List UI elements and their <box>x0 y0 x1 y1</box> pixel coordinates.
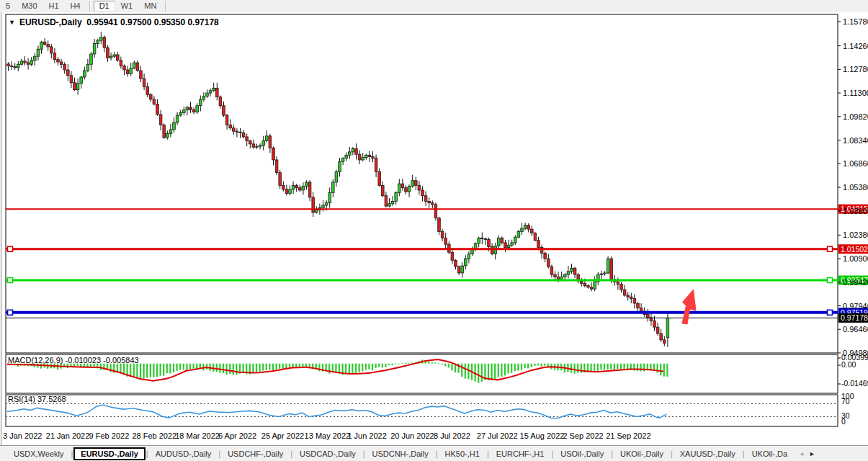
candle-body <box>233 128 236 131</box>
candle-body <box>262 140 265 146</box>
tab-eurusd-daily[interactable]: EURUSD-,Daily <box>73 447 145 460</box>
candle-body <box>86 64 89 71</box>
candle-body <box>504 243 507 248</box>
candle-body <box>289 189 292 194</box>
candle-body <box>80 77 83 84</box>
candle-body <box>40 42 43 49</box>
date-label: 15 Aug 2022 <box>520 431 565 440</box>
chart-quote-values: 0.95941 0.97500 0.95350 0.97178 <box>86 17 219 27</box>
rsi-scale-label: 0 <box>841 417 846 426</box>
candle-body <box>478 238 480 243</box>
hline-handle[interactable] <box>828 310 833 315</box>
timeframe-button-h1[interactable]: H1 <box>43 1 65 12</box>
candle-body <box>567 272 570 274</box>
candle-body <box>524 225 527 228</box>
candle-body <box>501 238 504 243</box>
candle-body <box>37 49 40 56</box>
hline-handle[interactable] <box>828 246 833 251</box>
candle-body <box>590 287 593 289</box>
tab-scroll-right-icon[interactable]: ► <box>809 450 815 457</box>
price-tick-label: 1.14260 <box>843 42 868 50</box>
candle-body <box>640 308 643 311</box>
tab-audusd-daily[interactable]: AUDUSD-,Daily <box>149 448 218 460</box>
tab-xauusd-daily[interactable]: XAUUSD-,Daily <box>674 448 742 460</box>
candle-body <box>411 181 414 187</box>
hline-handle[interactable] <box>8 277 13 282</box>
date-label: 8 Jul 2022 <box>434 431 470 440</box>
candle-body <box>7 64 10 66</box>
timeframe-button-m30[interactable]: M30 <box>16 1 42 12</box>
candle-body <box>537 241 540 248</box>
macd-label: MACD(12,26,9) -0.010023 -0.005843 <box>8 356 139 364</box>
tab-usdx-weekly[interactable]: USDX,Weekly <box>7 448 70 460</box>
candle-body <box>166 133 169 138</box>
price-line-label: 0.97178 <box>841 313 868 322</box>
tab-scroll-left-icon[interactable]: ◄ <box>798 450 805 457</box>
chart-window[interactable]: 1.040151.015020.995470.975190.971781.157… <box>0 12 868 445</box>
candle-body <box>173 122 176 130</box>
candle-body <box>355 148 358 154</box>
timeframe-button-d1[interactable]: D1 <box>94 1 115 12</box>
candle-body <box>560 277 563 279</box>
timeframe-button-h4[interactable]: H4 <box>65 1 86 12</box>
candle <box>534 232 537 241</box>
candle-body <box>352 148 354 151</box>
candle-body <box>457 267 460 273</box>
hline-handle[interactable] <box>8 246 13 251</box>
tab-usoil-daily[interactable]: USOil-,Daily <box>554 448 610 460</box>
candle-body <box>484 238 487 239</box>
timeframe-button-mn[interactable]: MN <box>138 1 162 12</box>
candle-body <box>239 132 242 133</box>
candle-body <box>97 40 99 43</box>
candle-body <box>272 148 275 160</box>
hline-handle[interactable] <box>8 310 13 315</box>
tab-hk50-h1[interactable]: HK50-,H1 <box>439 448 486 460</box>
price-tick-label: 1.06860 <box>843 159 868 168</box>
timeframe-button-5[interactable]: 5 <box>0 1 16 12</box>
candle-body <box>200 99 202 106</box>
candle-body <box>527 225 530 230</box>
candle-body <box>627 295 630 297</box>
date-label: 13 May 2022 <box>305 431 351 440</box>
candle-body <box>236 131 238 132</box>
rsi-label: RSI(14) 37.5268 <box>8 395 66 403</box>
price-tick-label: 1.03900 <box>843 207 868 215</box>
chart-canvas[interactable]: 1.040151.015020.995470.975190.971781.157… <box>0 12 868 445</box>
candle-body <box>206 93 209 96</box>
candle-body <box>109 56 112 58</box>
candle <box>434 202 437 220</box>
date-label: 6 Apr 2022 <box>218 431 256 440</box>
candle-body <box>438 218 441 232</box>
tab-usdchf-daily[interactable]: USDCHF-,Daily <box>221 448 290 460</box>
candle-body <box>17 64 20 67</box>
tab-ukoil-da[interactable]: UKOil-,Da <box>746 448 795 460</box>
candle-body <box>10 66 13 66</box>
candle-body <box>57 60 60 62</box>
candle-body <box>617 282 619 284</box>
candle-body <box>385 196 388 206</box>
candle-body <box>444 238 447 244</box>
candle-body <box>242 133 245 137</box>
candle-body <box>550 267 553 274</box>
tab-eurchf-h1[interactable]: EURCHF-,H1 <box>490 448 551 460</box>
tab-usdcad-daily[interactable]: USDCAD-,Daily <box>293 448 362 460</box>
hline-handle[interactable] <box>828 277 833 282</box>
date-label: 9 Feb 2022 <box>89 431 130 440</box>
candle-body <box>67 70 70 76</box>
price-tick-label: 1.09820 <box>843 112 868 121</box>
price-tick-label: 0.99420 <box>843 278 868 287</box>
candle-body <box>133 63 136 68</box>
candle-body <box>117 55 120 61</box>
candle-body <box>424 196 427 202</box>
candle-body <box>372 157 375 158</box>
candle-body <box>395 192 398 201</box>
candle-body <box>405 188 408 192</box>
rsi-panel[interactable] <box>6 395 838 426</box>
tab-usdcnh-daily[interactable]: USDCNH-,Daily <box>366 448 435 460</box>
tab-ukoil-daily[interactable]: UKOil-,Daily <box>614 448 670 460</box>
timeframe-button-w1[interactable]: W1 <box>115 1 139 12</box>
candle-body <box>623 290 626 295</box>
candle-body <box>339 161 341 171</box>
candle-body <box>547 259 550 267</box>
macd-scale-label: -0.01469 <box>841 379 868 388</box>
